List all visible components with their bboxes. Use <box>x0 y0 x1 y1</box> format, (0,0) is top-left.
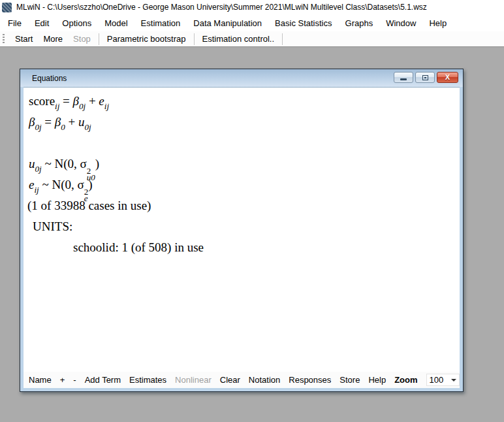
menu-help[interactable]: Help <box>422 16 453 31</box>
estimates-button[interactable]: Estimates <box>129 375 166 385</box>
window-controls: X <box>394 72 458 83</box>
plus-button[interactable]: + <box>60 375 65 385</box>
equation-dist-u: u0j ~ N(0, σ2u0) <box>27 154 456 174</box>
name-button[interactable]: Name <box>29 375 52 385</box>
estimation-toolbar: Start More Stop Parametric bootstrap Est… <box>0 31 504 47</box>
menu-edit[interactable]: Edit <box>28 16 55 31</box>
stop-button: Stop <box>68 33 96 45</box>
menubar: File Edit Options Model Estimation Data … <box>0 14 504 31</box>
equations-bottom-toolbar: Name + - Add Term Estimates Nonlinear Cl… <box>24 372 460 388</box>
close-button[interactable]: X <box>437 72 458 83</box>
equations-window-title: Equations <box>20 74 67 83</box>
menu-file[interactable]: File <box>1 16 28 31</box>
menu-options[interactable]: Options <box>55 16 98 31</box>
equation-model-line-2: β0j = β0 + u0j <box>27 112 456 133</box>
more-button[interactable]: More <box>38 33 68 45</box>
equation-spacer <box>27 133 456 154</box>
help-button[interactable]: Help <box>368 375 386 385</box>
toolbar-separator <box>194 33 195 45</box>
menu-basic-statistics[interactable]: Basic Statistics <box>268 16 338 31</box>
parametric-bootstrap-button[interactable]: Parametric bootstrap <box>102 33 191 45</box>
units-schoolid-line: schoolid: 1 (of 508) in use <box>27 237 456 258</box>
toolbar-separator <box>99 33 99 45</box>
mlwin-app-icon <box>2 3 12 12</box>
dropdown-arrow-icon <box>451 379 456 381</box>
nonlinear-button: Nonlinear <box>175 375 212 385</box>
equation-dist-e: eij ~ N(0, σ2e) <box>27 174 456 195</box>
store-button[interactable]: Store <box>339 375 360 385</box>
menu-data-manipulation[interactable]: Data Manipulation <box>187 16 268 31</box>
toolbar-separator <box>282 33 283 45</box>
zoom-label: Zoom <box>394 375 417 385</box>
minimize-icon <box>400 78 407 80</box>
menu-window[interactable]: Window <box>379 16 422 31</box>
minus-button[interactable]: - <box>73 375 76 385</box>
minimize-button[interactable] <box>394 72 413 83</box>
equations-area[interactable]: scoreij = β0j + eijβ0j = β0 + u0ju0j ~ N… <box>24 87 460 372</box>
notation-button[interactable]: Notation <box>249 375 280 385</box>
zoom-value: 100 <box>430 375 444 385</box>
equations-titlebar[interactable]: Equations X <box>20 69 463 87</box>
menu-estimation[interactable]: Estimation <box>134 16 187 31</box>
start-button[interactable]: Start <box>10 33 38 45</box>
estimation-control-button[interactable]: Estimation control.. <box>197 33 280 45</box>
zoom-combobox[interactable]: 100 <box>426 374 460 386</box>
responses-button[interactable]: Responses <box>289 375 331 385</box>
maximize-icon <box>422 75 428 80</box>
clear-button[interactable]: Clear <box>220 375 240 385</box>
app-title: MLwiN - C:\Users\szzho\OneDrive - George… <box>16 3 427 12</box>
units-label-line: UNITS: <box>27 216 456 237</box>
close-icon: X <box>445 74 450 81</box>
equation-model-line-1: scoreij = β0j + eij <box>27 91 456 112</box>
equations-window: Equations X scoreij = β0j + eijβ0j = β0 … <box>20 69 464 392</box>
maximize-button[interactable] <box>415 72 435 83</box>
add-term-button[interactable]: Add Term <box>85 375 121 385</box>
toolbar-grip-handle[interactable] <box>3 34 5 44</box>
menu-graphs[interactable]: Graphs <box>339 16 380 31</box>
cases-in-use-line: (1 of 33988 cases in use) <box>27 195 456 216</box>
menu-model[interactable]: Model <box>98 16 134 31</box>
app-titlebar: MLwiN - C:\Users\szzho\OneDrive - George… <box>0 0 504 14</box>
